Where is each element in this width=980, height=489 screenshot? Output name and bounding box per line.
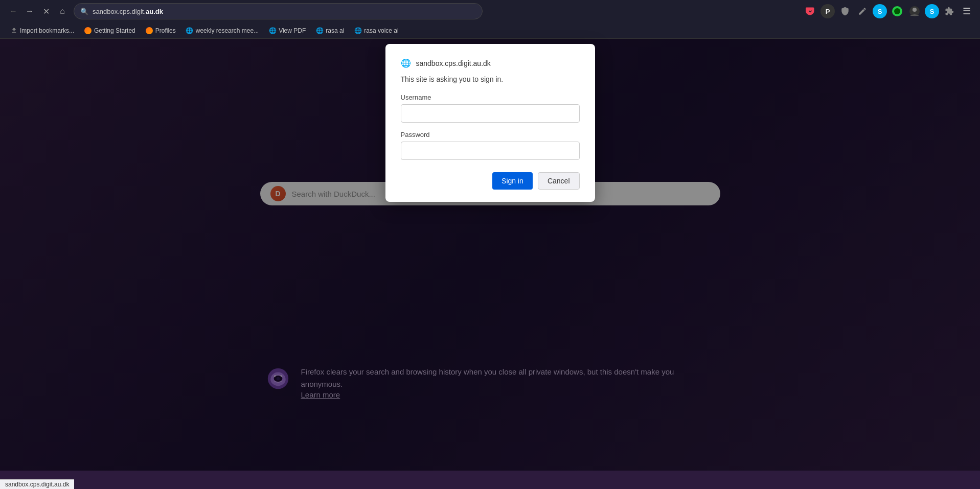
auth-buttons: Sign in Cancel <box>401 172 580 190</box>
bookmark-rasa-ai-label: rasa ai <box>326 27 344 34</box>
status-bar: sandbox.cps.digit.au.dk <box>0 479 74 489</box>
username-label: Username <box>401 94 580 101</box>
globe-favicon-3: 🌐 <box>316 27 323 34</box>
pocket-icon[interactable] <box>803 4 817 18</box>
svg-point-3 <box>913 8 917 12</box>
import-icon <box>10 27 17 34</box>
browser-chrome: ← → ✕ ⌂ 🔍 sandbox.cps.digit.au.dk <box>0 0 980 39</box>
bookmark-rasa-voice-ai-label: rasa voice ai <box>364 27 398 34</box>
globe-favicon-4: 🌐 <box>354 27 361 34</box>
extensions-icon[interactable] <box>942 4 956 18</box>
auth-globe-icon: 🌐 <box>401 58 411 68</box>
auth-domain: sandbox.cps.digit.au.dk <box>416 59 491 67</box>
password-input[interactable] <box>401 142 580 160</box>
skype2-icon[interactable]: S <box>925 4 939 18</box>
url-prefix: sandbox.cps.digit. <box>93 8 146 15</box>
globe-favicon-1: 🌐 <box>186 27 193 34</box>
auth-prompt: This site is asking you to sign in. <box>401 75 580 83</box>
bookmark-weekly-research[interactable]: 🌐 weekly research mee... <box>182 26 263 36</box>
password-field: Password <box>401 131 580 160</box>
firefox-favicon-2 <box>146 27 153 34</box>
address-bar[interactable]: 🔍 sandbox.cps.digit.au.dk <box>74 3 483 19</box>
bookmark-getting-started-label: Getting Started <box>94 27 135 34</box>
bookmark-import[interactable]: Import bookmarks... <box>6 26 78 36</box>
avatar-icon[interactable] <box>907 4 922 18</box>
shield-icon[interactable] <box>838 4 852 18</box>
bookmark-profiles-label: Profiles <box>155 27 176 34</box>
close-button[interactable]: ✕ <box>39 4 53 18</box>
bookmarks-bar: Import bookmarks... Getting Started Prof… <box>0 22 980 39</box>
bookmark-rasa-ai[interactable]: 🌐 rasa ai <box>312 26 348 36</box>
bookmark-view-pdf-label: View PDF <box>279 27 306 34</box>
bookmark-view-pdf[interactable]: 🌐 View PDF <box>265 26 310 36</box>
skype-icon[interactable]: S <box>873 4 887 18</box>
status-url: sandbox.cps.digit.au.dk <box>5 481 69 488</box>
green-icon[interactable] <box>890 4 904 18</box>
home-button[interactable]: ⌂ <box>55 4 70 18</box>
bookmark-rasa-voice-ai[interactable]: 🌐 rasa voice ai <box>350 26 402 36</box>
p-icon[interactable]: P <box>821 4 835 18</box>
password-label: Password <box>401 131 580 138</box>
modal-overlay: 🌐 sandbox.cps.digit.au.dk This site is a… <box>0 39 980 471</box>
bookmark-profiles[interactable]: Profiles <box>142 26 180 36</box>
forward-button[interactable]: → <box>22 4 37 18</box>
toolbar: ← → ✕ ⌂ 🔍 sandbox.cps.digit.au.dk <box>0 0 980 22</box>
cancel-button[interactable]: Cancel <box>538 172 580 190</box>
globe-favicon-2: 🌐 <box>269 27 276 34</box>
firefox-favicon-1 <box>84 27 92 34</box>
toolbar-right: P S S ☰ <box>803 4 974 18</box>
nav-buttons: ← → ✕ ⌂ <box>6 4 70 18</box>
edit-icon[interactable] <box>855 4 870 18</box>
bookmark-getting-started[interactable]: Getting Started <box>80 26 140 36</box>
auth-dialog-header: 🌐 sandbox.cps.digit.au.dk <box>401 58 580 68</box>
auth-dialog: 🌐 sandbox.cps.digit.au.dk This site is a… <box>385 44 595 202</box>
menu-button[interactable]: ☰ <box>960 4 974 18</box>
bookmark-weekly-research-label: weekly research mee... <box>196 27 259 34</box>
address-url: sandbox.cps.digit.au.dk <box>93 8 163 15</box>
bookmark-import-label: Import bookmarks... <box>20 27 74 34</box>
svg-point-1 <box>894 8 900 14</box>
url-domain: au.dk <box>146 8 163 15</box>
username-input[interactable] <box>401 104 580 123</box>
signin-button[interactable]: Sign in <box>492 172 533 190</box>
main-content: D Search with DuckDuck... Firefox clears… <box>0 39 980 471</box>
search-icon: 🔍 <box>80 8 88 15</box>
username-field: Username <box>401 94 580 123</box>
back-button[interactable]: ← <box>6 4 20 18</box>
